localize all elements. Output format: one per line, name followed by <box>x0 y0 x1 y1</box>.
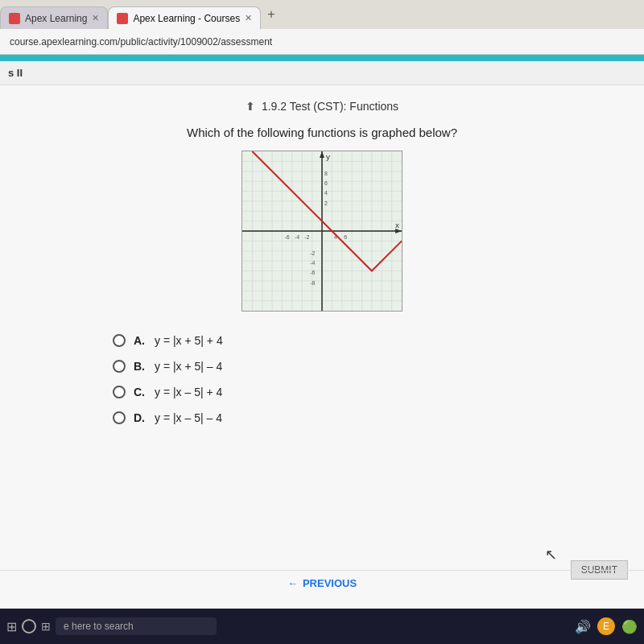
choice-C[interactable]: C. y = |x – 5| + 4 <box>113 386 223 398</box>
svg-text:8: 8 <box>324 171 328 176</box>
radio-C[interactable] <box>113 386 126 398</box>
tab-apex-courses[interactable]: Apex Learning - Courses ✕ <box>108 6 261 29</box>
choice-A-formula: y = |x + 5| + 4 <box>155 334 223 347</box>
page-content: ⬆ 1.9.2 Test (CST): Functions Which of t… <box>0 85 644 644</box>
test-header: ⬆ 1.9.2 Test (CST): Functions <box>246 100 398 113</box>
svg-text:2: 2 <box>324 200 328 206</box>
svg-text:y: y <box>326 152 330 161</box>
svg-text:-4: -4 <box>310 260 315 266</box>
windows-start-icon[interactable]: ⊞ <box>6 619 17 634</box>
graph-container: y x -6 -4 -2 4 6 8 6 4 2 -2 -4 -6 -8 <box>242 151 402 312</box>
radio-B[interactable] <box>113 360 126 373</box>
svg-text:-8: -8 <box>310 280 315 286</box>
taskbar: ⊞ ⊞ e here to search 🔊 E 🟢 <box>0 609 644 644</box>
svg-text:-2: -2 <box>304 234 309 240</box>
choice-A[interactable]: A. y = |x + 5| + 4 <box>113 334 223 347</box>
upload-icon: ⬆ <box>246 100 255 113</box>
choices-container: A. y = |x + 5| + 4 B. y = |x + 5| – 4 C.… <box>113 334 223 424</box>
left-arrow-icon: ← <box>287 577 298 589</box>
choice-D-label: D. <box>134 411 145 424</box>
choice-C-formula: y = |x – 5| + 4 <box>155 386 222 398</box>
tab-icon-2 <box>117 13 128 24</box>
nav-bar: s II <box>0 61 644 85</box>
new-tab-button[interactable]: + <box>261 4 281 25</box>
svg-text:-6: -6 <box>284 234 289 240</box>
browser-frame: Apex Learning ✕ Apex Learning - Courses … <box>0 0 644 644</box>
taskbar-icon-1[interactable]: 🔊 <box>575 618 591 634</box>
svg-text:-6: -6 <box>310 270 315 275</box>
choice-D-formula: y = |x – 5| – 4 <box>155 411 222 424</box>
graph-svg: y x -6 -4 -2 4 6 8 6 4 2 -2 -4 -6 -8 <box>242 151 402 311</box>
radio-D[interactable] <box>113 411 126 424</box>
previous-bar: ← PREVIOUS <box>0 570 644 596</box>
cursor-indicator: ↖ <box>545 546 557 564</box>
svg-text:-4: -4 <box>295 234 299 240</box>
choice-B-label: B. <box>134 360 145 373</box>
svg-text:6: 6 <box>344 234 347 240</box>
choice-B[interactable]: B. y = |x + 5| – 4 <box>113 360 223 373</box>
taskbar-icon-2[interactable]: E <box>597 617 615 635</box>
svg-text:4: 4 <box>324 190 328 196</box>
tab-apex-learning[interactable]: Apex Learning ✕ <box>0 6 108 29</box>
tab-label-1: Apex Learning <box>25 13 87 24</box>
teal-accent-bar <box>0 55 644 61</box>
tab-label-2: Apex Learning - Courses <box>133 13 240 24</box>
tab-bar: Apex Learning ✕ Apex Learning - Courses … <box>0 0 644 29</box>
question-text: Which of the following functions is grap… <box>187 126 457 139</box>
choice-A-label: A. <box>134 334 145 347</box>
task-view-icon[interactable]: ⊞ <box>41 620 51 633</box>
tab-icon-1 <box>9 13 20 24</box>
choice-B-formula: y = |x + 5| – 4 <box>155 360 222 373</box>
taskbar-icon-3[interactable]: 🟢 <box>621 618 638 634</box>
search-circle-icon[interactable] <box>22 619 36 634</box>
svg-text:6: 6 <box>324 180 328 186</box>
nav-label: s II <box>8 67 23 79</box>
previous-link[interactable]: ← PREVIOUS <box>287 577 357 589</box>
radio-A[interactable] <box>113 334 126 347</box>
taskbar-system-icons: 🔊 E 🟢 <box>575 617 638 635</box>
tab-close-1[interactable]: ✕ <box>92 13 99 23</box>
taskbar-search-text: e here to search <box>56 617 217 635</box>
svg-text:-2: -2 <box>310 250 315 256</box>
address-bar: course.apexlearning.com/public/activity/… <box>0 29 644 55</box>
test-title: 1.9.2 Test (CST): Functions <box>262 100 398 113</box>
tab-close-2[interactable]: ✕ <box>245 13 252 23</box>
svg-text:x: x <box>395 221 399 229</box>
previous-label: PREVIOUS <box>303 577 357 589</box>
choice-C-label: C. <box>134 386 145 398</box>
choice-D[interactable]: D. y = |x – 5| – 4 <box>113 411 223 424</box>
url-text: course.apexlearning.com/public/activity/… <box>10 36 272 47</box>
